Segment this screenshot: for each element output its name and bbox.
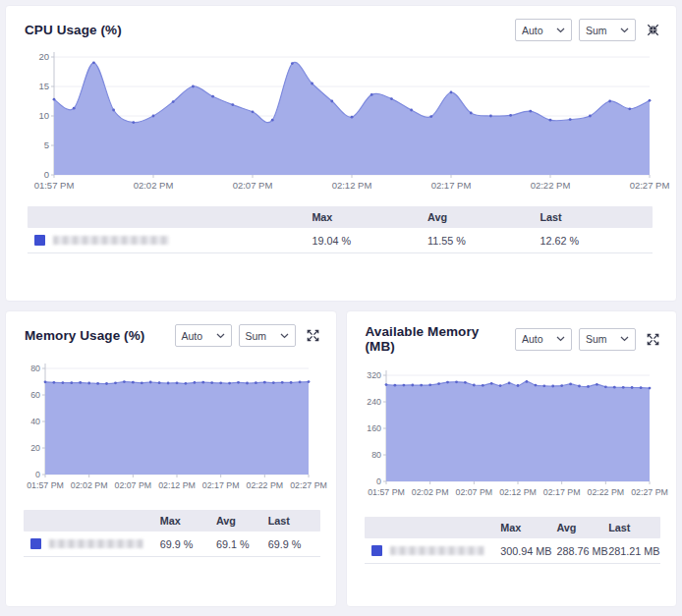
svg-text:0: 0 xyxy=(376,476,381,486)
panel-controls: Auto Sum xyxy=(168,324,321,347)
svg-text:02:22 PM: 02:22 PM xyxy=(531,180,571,191)
svg-text:60: 60 xyxy=(30,390,40,400)
series-label-redacted xyxy=(390,546,484,555)
legend-table-header: Max Avg Last xyxy=(28,206,653,228)
legend-col-avg: Avg xyxy=(216,513,268,529)
page-title: Memory Usage (%) xyxy=(25,328,144,343)
svg-text:02:12 PM: 02:12 PM xyxy=(499,487,537,497)
aggregation-value: Sum xyxy=(586,25,607,36)
legend-col-last: Last xyxy=(268,513,320,529)
time-range-select[interactable]: Auto xyxy=(175,324,232,347)
svg-text:02:07 PM: 02:07 PM xyxy=(233,180,273,191)
legend-col-avg: Avg xyxy=(427,209,540,225)
chevron-down-icon xyxy=(620,336,629,342)
series-last-value: 12.62 % xyxy=(540,235,653,247)
legend-table: Max Avg Last 69.9 % 69.1 % 69.9 % xyxy=(24,510,320,557)
table-row[interactable]: 300.94 MB 288.76 MB 281.21 MB xyxy=(365,538,661,564)
page-title: CPU Usage (%) xyxy=(25,23,122,37)
time-range-select[interactable]: Auto xyxy=(515,19,572,41)
panel-memory-usage: Memory Usage (%) Auto Sum xyxy=(5,310,337,607)
svg-text:20: 20 xyxy=(38,51,49,62)
metrics-dashboard: CPU Usage (%) Auto Sum xyxy=(0,0,682,616)
series-max-value: 69.9 % xyxy=(160,538,216,550)
table-row[interactable]: 19.04 % 11.55 % 12.62 % xyxy=(28,228,653,253)
legend-col-avg: Avg xyxy=(556,520,608,535)
svg-text:02:27 PM: 02:27 PM xyxy=(630,180,670,191)
time-range-select[interactable]: Auto xyxy=(515,328,572,351)
svg-text:80: 80 xyxy=(371,450,381,460)
svg-text:320: 320 xyxy=(367,370,381,380)
legend-col-last: Last xyxy=(608,520,660,535)
series-swatch xyxy=(34,235,45,246)
chevron-down-icon xyxy=(216,333,225,339)
table-row[interactable]: 69.9 % 69.1 % 69.9 % xyxy=(24,532,320,557)
series-last-value: 281.21 MB xyxy=(608,545,660,557)
series-last-value: 69.9 % xyxy=(268,538,320,550)
svg-text:20: 20 xyxy=(30,443,40,453)
svg-text:0: 0 xyxy=(44,169,49,180)
svg-text:160: 160 xyxy=(367,423,381,433)
svg-text:10: 10 xyxy=(38,110,49,121)
chevron-down-icon xyxy=(620,28,629,33)
panel-controls: Auto Sum xyxy=(508,328,661,351)
legend-col-series xyxy=(365,526,501,530)
svg-text:02:27 PM: 02:27 PM xyxy=(290,480,327,490)
legend-col-max: Max xyxy=(312,209,427,225)
svg-text:02:17 PM: 02:17 PM xyxy=(202,480,240,490)
svg-text:01:57 PM: 01:57 PM xyxy=(34,180,75,191)
time-range-value: Auto xyxy=(522,333,543,345)
chevron-down-icon xyxy=(556,28,565,33)
svg-text:01:57 PM: 01:57 PM xyxy=(368,487,405,497)
svg-text:02:07 PM: 02:07 PM xyxy=(115,480,152,490)
svg-text:02:02 PM: 02:02 PM xyxy=(71,480,108,490)
svg-text:02:12 PM: 02:12 PM xyxy=(158,480,196,490)
aggregation-value: Sum xyxy=(586,333,607,345)
legend-col-last: Last xyxy=(540,209,653,225)
svg-text:02:12 PM: 02:12 PM xyxy=(332,180,372,191)
legend-table: Max Avg Last 19.04 % 11.55 % 12.62 % xyxy=(28,206,653,253)
svg-text:02:17 PM: 02:17 PM xyxy=(431,180,472,191)
page-title: Available Memory (MB) xyxy=(366,324,509,354)
aggregation-select[interactable]: Sum xyxy=(579,19,636,41)
expand-button[interactable] xyxy=(305,327,321,344)
series-swatch xyxy=(371,545,382,556)
series-max-value: 19.04 % xyxy=(312,235,427,247)
chevron-down-icon xyxy=(556,336,565,342)
panel-available-memory: Available Memory (MB) Auto Sum xyxy=(346,310,678,607)
panel-controls: Auto Sum xyxy=(508,19,661,41)
legend-col-max: Max xyxy=(500,520,556,535)
svg-text:01:57 PM: 01:57 PM xyxy=(27,480,64,490)
legend-table-header: Max Avg Last xyxy=(365,517,661,538)
series-max-value: 300.94 MB xyxy=(500,545,556,557)
legend-col-series xyxy=(28,215,312,219)
aggregation-select[interactable]: Sum xyxy=(579,328,636,351)
svg-text:02:22 PM: 02:22 PM xyxy=(587,487,624,497)
time-range-value: Auto xyxy=(182,330,203,342)
available-memory-chart[interactable]: 08016024032001:57 PM02:02 PM02:07 PM02:1… xyxy=(357,367,663,505)
svg-text:15: 15 xyxy=(38,81,49,91)
panel-header: Available Memory (MB) Auto Sum xyxy=(347,311,677,358)
series-avg-value: 69.1 % xyxy=(216,538,268,550)
legend-col-max: Max xyxy=(160,513,216,529)
svg-text:02:02 PM: 02:02 PM xyxy=(411,487,448,497)
svg-text:02:27 PM: 02:27 PM xyxy=(631,487,668,497)
chevron-down-icon xyxy=(280,333,289,339)
memory-usage-chart[interactable]: 02040608001:57 PM02:02 PM02:07 PM02:12 P… xyxy=(16,361,322,498)
series-avg-value: 288.76 MB xyxy=(556,545,608,557)
collapse-button[interactable] xyxy=(645,22,661,38)
time-range-value: Auto xyxy=(522,25,543,36)
aggregation-select[interactable]: Sum xyxy=(239,324,296,347)
svg-text:240: 240 xyxy=(367,397,381,407)
expand-button[interactable] xyxy=(645,331,661,348)
panel-cpu-usage: CPU Usage (%) Auto Sum xyxy=(5,5,677,302)
svg-text:40: 40 xyxy=(30,417,40,426)
series-label-redacted xyxy=(53,236,169,245)
cpu-usage-chart[interactable]: 0510152001:57 PM02:02 PM02:07 PM02:12 PM… xyxy=(25,49,675,198)
series-avg-value: 11.55 % xyxy=(427,235,540,247)
legend-table-header: Max Avg Last xyxy=(24,510,320,532)
panel-header: Memory Usage (%) Auto Sum xyxy=(6,311,336,351)
legend-col-series xyxy=(24,519,160,523)
svg-text:02:07 PM: 02:07 PM xyxy=(455,487,492,497)
svg-text:02:22 PM: 02:22 PM xyxy=(247,480,284,490)
panel-header: CPU Usage (%) Auto Sum xyxy=(6,6,676,45)
